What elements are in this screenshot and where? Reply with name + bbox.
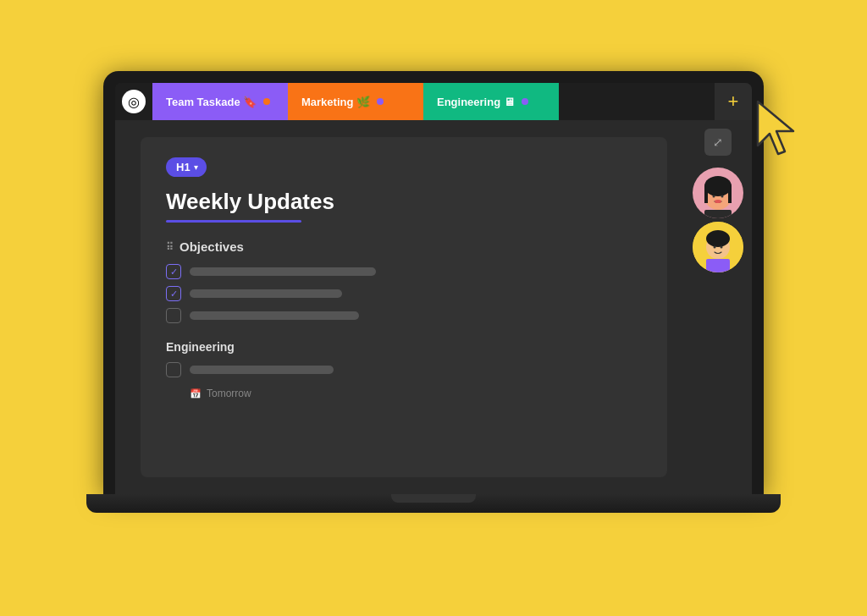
tab-marketing[interactable]: Marketing 🌿 — [288, 83, 423, 120]
screen-content: ◎ Team Taskade 🔖 Marketing 🌿 Engineering… — [115, 83, 752, 494]
heading-chevron-icon: ▾ — [194, 162, 198, 172]
task-bar-2 — [190, 289, 342, 298]
svg-point-12 — [714, 246, 716, 249]
task-bar-4 — [190, 366, 334, 374]
due-date-row: 📅 Tomorrow — [190, 388, 642, 399]
heading-type-label: H1 — [176, 161, 191, 173]
task-bar-3 — [190, 311, 359, 320]
calendar-icon: 📅 — [190, 388, 202, 399]
expand-button[interactable]: ⤢ — [704, 129, 732, 156]
task-item — [166, 286, 642, 301]
heading-type-selector[interactable]: H1 ▾ — [166, 157, 207, 177]
main-content: H1 ▾ Weekly Updates ⠿ Objectives — [115, 120, 752, 494]
title-underline — [166, 220, 301, 223]
avatar-1 — [693, 168, 743, 218]
section-objectives-header: ⠿ Objectives — [166, 239, 642, 254]
plus-icon: + — [728, 92, 739, 111]
task-checkbox-3[interactable] — [166, 308, 181, 323]
laptop-screen: ◎ Team Taskade 🔖 Marketing 🌿 Engineering… — [103, 71, 764, 494]
svg-marker-0 — [758, 102, 793, 154]
svg-point-13 — [721, 246, 723, 249]
tab-team-taskade-label: Team Taskade 🔖 — [166, 96, 257, 108]
svg-point-7 — [715, 200, 721, 203]
drag-handle-icon: ⠿ — [166, 241, 173, 253]
svg-point-5 — [713, 195, 715, 198]
tab-bar: ◎ Team Taskade 🔖 Marketing 🌿 Engineering… — [115, 83, 752, 120]
subsection-engineering-title: Engineering — [166, 340, 642, 354]
section-objectives-title: Objectives — [179, 239, 244, 254]
task-item — [166, 264, 642, 279]
svg-point-11 — [706, 230, 730, 247]
laptop-base — [86, 494, 781, 513]
tab-marketing-label: Marketing 🌿 — [301, 96, 370, 108]
cursor-arrow — [751, 95, 810, 162]
task-item — [166, 362, 642, 377]
tab-engineering-label: Engineering 🖥 — [437, 96, 515, 108]
laptop-notch — [391, 494, 476, 503]
add-tab-button[interactable]: + — [715, 83, 752, 120]
document-area: H1 ▾ Weekly Updates ⠿ Objectives — [141, 137, 667, 477]
tab-team-taskade-dot — [263, 98, 270, 105]
svg-point-6 — [721, 195, 724, 198]
avatar-illustration-1 — [693, 168, 743, 218]
task-checkbox-2[interactable] — [166, 286, 181, 301]
expand-icon: ⤢ — [713, 135, 723, 149]
page-title[interactable]: Weekly Updates — [166, 189, 642, 215]
svg-rect-3 — [704, 186, 708, 203]
avatar-2 — [693, 222, 743, 272]
engineering-task-list: 📅 Tomorrow — [166, 362, 642, 399]
task-bar-1 — [190, 267, 376, 276]
app-logo: ◎ — [115, 83, 152, 120]
tab-engineering-dot — [522, 98, 528, 105]
tab-marketing-dot — [377, 98, 384, 105]
task-checkbox-4[interactable] — [166, 362, 181, 377]
svg-rect-8 — [704, 210, 732, 218]
laptop-wrapper: ◎ Team Taskade 🔖 Marketing 🌿 Engineering… — [103, 71, 764, 545]
tab-team-taskade[interactable]: Team Taskade 🔖 — [152, 83, 288, 120]
right-panel: ⤢ — [684, 120, 752, 494]
svg-rect-14 — [706, 259, 730, 272]
objectives-task-list — [166, 264, 642, 323]
tab-engineering[interactable]: Engineering 🖥 — [423, 83, 559, 120]
avatar-illustration-2 — [693, 222, 743, 272]
due-date-label: Tomorrow — [207, 388, 251, 399]
task-checkbox-1[interactable] — [166, 264, 181, 279]
logo-circle: ◎ — [122, 90, 146, 113]
svg-point-2 — [704, 176, 732, 196]
svg-rect-4 — [728, 186, 732, 203]
task-item — [166, 308, 642, 323]
